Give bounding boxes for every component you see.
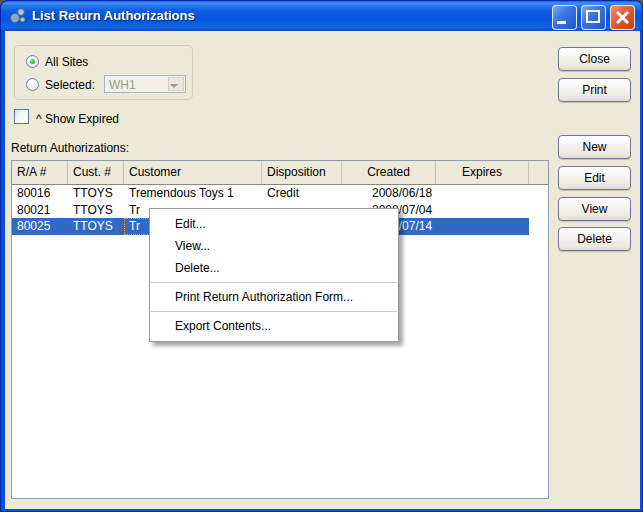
close-window-button[interactable] bbox=[610, 5, 635, 30]
cell-expires bbox=[436, 202, 529, 219]
column-header-expires[interactable]: Expires bbox=[436, 161, 529, 184]
column-header-created[interactable]: Created bbox=[342, 161, 436, 184]
combobox-dropdown-button[interactable] bbox=[168, 77, 184, 91]
column-header-disposition[interactable]: Disposition bbox=[262, 161, 342, 184]
dialog-window: List Return Authorizations All Sites Sel… bbox=[0, 0, 643, 512]
context-menu: Edit... View... Delete... Print Return A… bbox=[149, 208, 399, 342]
cell-cust: TTOYS bbox=[68, 202, 124, 219]
site-combobox-value: WH1 bbox=[109, 78, 136, 92]
show-expired-checkbox[interactable] bbox=[14, 109, 29, 124]
cell-ra: 80025 bbox=[12, 218, 68, 235]
title-bar[interactable]: List Return Authorizations bbox=[1, 1, 642, 31]
cell-disposition: Credit bbox=[262, 185, 342, 202]
table-header-row: R/A # Cust. # Customer Disposition Creat… bbox=[12, 161, 548, 185]
all-sites-radio-label[interactable]: All Sites bbox=[45, 55, 88, 69]
view-button[interactable]: View bbox=[558, 197, 631, 221]
chevron-down-icon bbox=[170, 84, 178, 88]
cell-expires bbox=[436, 218, 529, 235]
menu-item-export-contents[interactable]: Export Contents... bbox=[150, 315, 398, 337]
table-row[interactable]: 80016 TTOYS Tremendous Toys 1 Credit 200… bbox=[12, 185, 529, 202]
menu-separator bbox=[151, 311, 397, 312]
close-button[interactable]: Close bbox=[558, 47, 631, 71]
selected-site-radio-label[interactable]: Selected: bbox=[45, 78, 95, 92]
menu-item-edit[interactable]: Edit... bbox=[150, 213, 398, 235]
column-header-filler bbox=[529, 161, 548, 184]
return-authorizations-label: Return Authorizations: bbox=[11, 141, 129, 155]
show-expired-label[interactable]: ^ Show Expired bbox=[36, 112, 119, 126]
delete-button[interactable]: Delete bbox=[558, 227, 631, 251]
cell-ra: 80016 bbox=[12, 185, 68, 202]
app-icon bbox=[9, 7, 27, 25]
print-button[interactable]: Print bbox=[558, 78, 631, 102]
radio-selected-dot bbox=[30, 59, 35, 64]
cell-created: 2008/06/18 bbox=[342, 185, 436, 202]
edit-button[interactable]: Edit bbox=[558, 166, 631, 190]
cell-ra: 80021 bbox=[12, 202, 68, 219]
maximize-button[interactable] bbox=[581, 5, 606, 30]
all-sites-radio[interactable] bbox=[26, 55, 39, 68]
column-header-ra[interactable]: R/A # bbox=[12, 161, 68, 184]
column-header-customer[interactable]: Customer bbox=[124, 161, 262, 184]
selected-site-radio[interactable] bbox=[26, 78, 39, 91]
cell-cust: TTOYS bbox=[68, 185, 124, 202]
cell-cust: TTOYS bbox=[68, 218, 124, 235]
cell-expires bbox=[436, 185, 529, 202]
new-button[interactable]: New bbox=[558, 135, 631, 159]
site-combobox[interactable]: WH1 bbox=[104, 75, 186, 93]
minimize-button[interactable] bbox=[552, 5, 577, 30]
menu-item-view[interactable]: View... bbox=[150, 235, 398, 257]
column-header-cust[interactable]: Cust. # bbox=[68, 161, 124, 184]
dialog-client-area: All Sites Selected: WH1 ^ Show Expired R… bbox=[5, 31, 640, 509]
menu-item-print-return-authorization-form[interactable]: Print Return Authorization Form... bbox=[150, 286, 398, 308]
window-title: List Return Authorizations bbox=[32, 8, 195, 23]
menu-separator bbox=[151, 282, 397, 283]
cell-customer: Tremendous Toys 1 bbox=[124, 185, 262, 202]
menu-item-delete[interactable]: Delete... bbox=[150, 257, 398, 279]
